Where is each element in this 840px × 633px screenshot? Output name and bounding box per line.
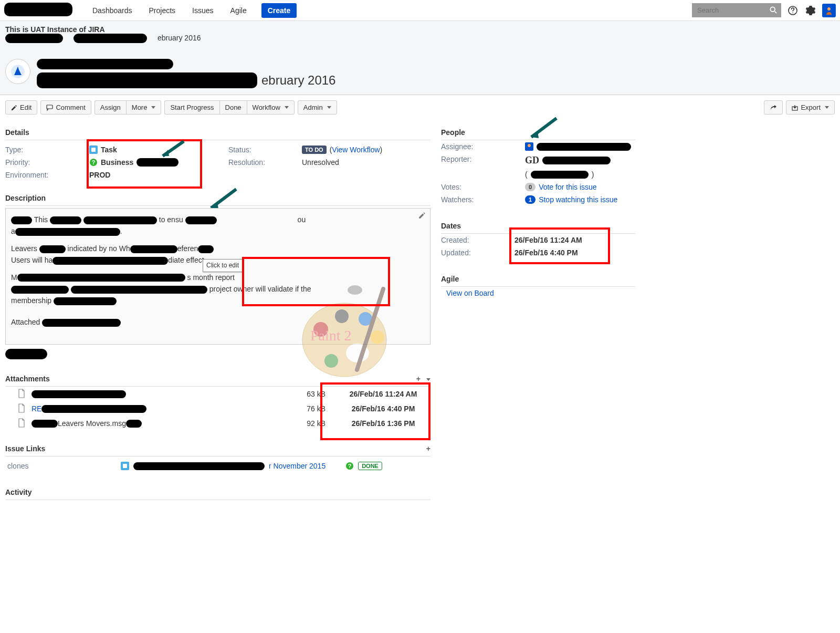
issue-header: ebruary 2016 — [0, 50, 840, 95]
attachment-row[interactable]: Leavers Movers.msg 92 kB 26/Feb/16 1:36 … — [5, 416, 430, 431]
search-input[interactable] — [692, 3, 781, 17]
description-section-title: Description — [5, 191, 430, 206]
watchers-label: Watchers: — [441, 195, 525, 204]
svg-point-18 — [371, 330, 384, 344]
file-icon — [18, 403, 26, 414]
linked-issue-priority-icon: ? — [345, 462, 354, 470]
file-icon — [18, 389, 26, 399]
activity-section-title: Activity — [5, 485, 430, 500]
status-value: TO DO — [302, 146, 327, 154]
environment-value: PROD — [89, 171, 110, 179]
svg-point-0 — [770, 7, 775, 12]
svg-rect-7 — [47, 105, 52, 109]
votes-count: 0 — [525, 183, 536, 191]
app-logo[interactable] — [4, 3, 83, 18]
environment-label: Environment: — [5, 171, 89, 179]
start-progress-button[interactable]: Start Progress — [164, 100, 219, 115]
settings-icon[interactable] — [804, 4, 817, 17]
description-content[interactable]: This to ensu ou a. Leavers indicated by … — [5, 208, 430, 345]
paint-watermark-text: Paint 2 — [310, 324, 352, 348]
resolution-value: Unresolved — [302, 158, 430, 167]
announcement-banner: This is UAT Instance of JIRA ebruary 201… — [0, 21, 840, 50]
svg-point-5 — [827, 7, 831, 11]
svg-point-27 — [528, 144, 531, 147]
linked-issue-status: DONE — [358, 462, 382, 470]
attachment-size: 76 kB — [294, 404, 336, 413]
svg-line-1 — [775, 12, 777, 14]
nav-projects[interactable]: Projects — [142, 2, 183, 19]
help-icon[interactable] — [786, 4, 799, 17]
share-button[interactable] — [764, 100, 783, 115]
view-workflow-link[interactable]: View Workflow — [332, 146, 380, 154]
banner-text: This is UAT Instance of JIRA — [5, 25, 105, 34]
updated-label: Updated: — [441, 248, 514, 257]
linked-issue-type-icon — [121, 462, 129, 470]
edit-description-icon[interactable] — [418, 211, 428, 220]
details-section-title: Details — [5, 125, 430, 140]
attachment-size: 63 kB — [294, 390, 336, 398]
add-link-icon[interactable]: + — [426, 444, 430, 453]
linked-issue-link[interactable]: r November 2015 — [269, 462, 326, 470]
link-relation: clones — [5, 462, 121, 470]
svg-point-3 — [792, 12, 793, 13]
status-label: Status: — [228, 146, 302, 154]
attachment-date: 26/Feb/16 1:36 PM — [336, 419, 430, 428]
search-container — [692, 3, 781, 17]
breadcrumb[interactable] — [37, 59, 835, 71]
svg-rect-23 — [123, 464, 127, 468]
assign-button[interactable]: Assign — [94, 100, 126, 115]
nav-dashboards[interactable]: Dashboards — [85, 2, 140, 19]
nav-issues[interactable]: Issues — [185, 2, 220, 19]
issue-title: ebruary 2016 — [37, 72, 835, 88]
svg-text:?: ? — [348, 463, 352, 469]
workflow-button[interactable]: Workflow — [247, 100, 295, 115]
nav-create-button[interactable]: Create — [261, 3, 297, 18]
created-label: Created: — [441, 236, 514, 244]
issue-links-section-title: Issue Links + — [5, 441, 430, 456]
reporter-label: Reporter: — [441, 155, 525, 166]
attachment-row[interactable]: RE 76 kB 26/Feb/16 4:40 PM — [5, 401, 430, 416]
assignee-avatar-icon — [525, 142, 533, 151]
top-navigation: Dashboards Projects Issues Agile Create — [0, 0, 840, 21]
votes-label: Votes: — [441, 183, 525, 191]
priority-label: Priority: — [5, 158, 89, 167]
user-avatar[interactable] — [822, 4, 836, 17]
edit-button[interactable]: Edit — [5, 100, 37, 115]
task-type-icon — [89, 146, 98, 154]
updated-value: 26/Feb/16 4:40 PM — [514, 248, 578, 257]
attachment-size: 92 kB — [294, 419, 336, 428]
view-on-board-link[interactable]: View on Board — [441, 289, 494, 297]
svg-rect-10 — [91, 148, 96, 152]
add-attachment-icon[interactable]: + — [416, 375, 421, 383]
dates-section-title: Dates — [441, 219, 635, 234]
issue-toolbar: Edit Comment Assign More Start Progress … — [0, 95, 840, 120]
attachment-row[interactable]: 63 kB 26/Feb/16 11:24 AM — [5, 387, 430, 401]
nav-agile[interactable]: Agile — [223, 2, 254, 19]
created-value: 26/Feb/16 11:24 AM — [514, 236, 582, 244]
people-section-title: People — [441, 125, 635, 140]
vote-link[interactable]: Vote for this issue — [539, 183, 597, 191]
attachment-date: 26/Feb/16 4:40 PM — [336, 404, 430, 413]
project-avatar[interactable] — [5, 59, 30, 84]
search-icon[interactable] — [770, 6, 777, 15]
type-value: Task — [101, 146, 117, 154]
click-to-edit-tooltip: Click to edit — [203, 259, 243, 272]
priority-icon: ? — [89, 158, 98, 167]
svg-text:?: ? — [92, 159, 96, 165]
file-icon — [18, 418, 26, 429]
assignee-label: Assignee: — [441, 142, 525, 151]
attachments-section-title: Attachments + — [5, 371, 430, 387]
admin-button[interactable]: Admin — [298, 100, 337, 115]
watch-link[interactable]: Stop watching this issue — [539, 195, 617, 204]
attachment-date: 26/Feb/16 11:24 AM — [336, 390, 430, 398]
priority-value: Business — [101, 158, 133, 167]
done-button[interactable]: Done — [219, 100, 247, 115]
banner-date-fragment: ebruary 2016 — [158, 34, 201, 42]
resolution-label: Resolution: — [228, 158, 302, 167]
export-button[interactable]: Export — [786, 100, 835, 115]
comment-button[interactable]: Comment — [40, 100, 91, 115]
reporter-initials: GD — [525, 155, 539, 166]
type-label: Type: — [5, 146, 89, 154]
attachment-options-icon[interactable] — [425, 375, 430, 383]
more-button[interactable]: More — [126, 100, 162, 115]
